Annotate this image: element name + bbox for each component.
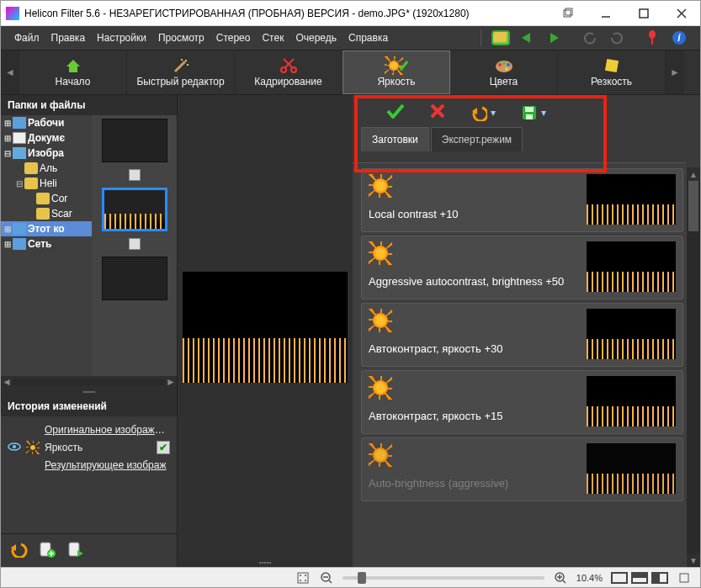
preset-item[interactable]: Local contrast +10 <box>361 168 683 232</box>
history-result[interactable]: Результирующее изображ <box>8 457 170 474</box>
thumb-selected[interactable] <box>102 188 167 231</box>
tab-colors[interactable]: Цвета <box>450 50 558 94</box>
dropdown-caret-icon[interactable]: ▾ <box>491 107 496 119</box>
zoom-out-icon[interactable] <box>319 570 334 585</box>
splitter[interactable] <box>1 388 177 396</box>
zoom-fit-icon[interactable] <box>295 570 311 585</box>
zoom-in-icon[interactable] <box>553 570 568 585</box>
scroll-play-icon[interactable] <box>66 540 85 561</box>
titlebar: Helicon Filter 5.6 - НЕЗАРЕГИСТРИРОВАННА… <box>1 1 700 26</box>
tab-brightness[interactable]: Яркость <box>343 50 450 94</box>
tree-hscroll[interactable]: ◄► <box>1 376 177 388</box>
folder-tree[interactable]: ⊞Рабочи ⊞Докумє ⊟Изобра Аль ⊟Heli Cor Sc… <box>1 115 92 376</box>
svg-rect-41 <box>526 114 533 119</box>
eye-icon[interactable] <box>8 442 21 454</box>
svg-point-45 <box>300 580 301 581</box>
tabs-scroll-left[interactable]: ◄ <box>1 50 19 94</box>
tabs-scroll-right[interactable]: ► <box>666 50 684 94</box>
menu-stereo[interactable]: Стерео <box>211 29 256 47</box>
dropdown-caret-icon[interactable]: ▾ <box>541 107 546 119</box>
tree-item-label: Scar <box>51 208 72 220</box>
tab-expert-mode[interactable]: Эксперт.режим <box>431 127 523 151</box>
svg-point-43 <box>300 575 301 576</box>
tab-start[interactable]: Начало <box>19 50 127 94</box>
cancel-icon[interactable] <box>430 103 445 121</box>
zoom-slider[interactable] <box>343 576 544 580</box>
pin-icon[interactable] <box>642 28 662 48</box>
rotate-cw-icon[interactable] <box>607 28 627 48</box>
apply-icon[interactable] <box>386 103 405 121</box>
rotate-ccw-icon[interactable] <box>580 28 600 48</box>
restore-aux-button[interactable] <box>549 1 587 26</box>
preset-item[interactable]: Автоконтраст, яркость +30 <box>361 303 683 367</box>
history-label: Яркость <box>45 442 151 453</box>
history-label: Оригинальное изображени <box>45 424 170 436</box>
close-button[interactable] <box>662 1 700 26</box>
thumb-checkbox[interactable] <box>129 169 141 181</box>
menu-view[interactable]: Просмотр <box>153 29 210 47</box>
status-bar: 10.4% <box>1 567 700 587</box>
tab-label: Кадрирование <box>254 76 321 87</box>
tab-label: Начало <box>56 76 91 87</box>
palette-icon <box>494 58 514 73</box>
nav-back-icon[interactable] <box>518 28 538 48</box>
nav-forward-icon[interactable] <box>544 28 565 48</box>
preset-name: Auto-brightness (aggressive) <box>369 472 578 490</box>
sun-icon <box>369 443 392 467</box>
menu-help[interactable]: Справка <box>343 29 393 47</box>
thumb-checkbox[interactable] <box>129 238 141 250</box>
open-folder-icon[interactable] <box>491 28 511 48</box>
history-step[interactable]: Яркость ✔ <box>8 438 170 457</box>
scroll-add-icon[interactable] <box>38 540 56 561</box>
sharpness-icon <box>604 58 619 73</box>
info-icon[interactable]: i <box>669 28 689 48</box>
preset-list[interactable]: Local contrast +10 Aggressive autocontra… <box>353 162 687 567</box>
save-icon[interactable]: ▾ <box>521 104 546 121</box>
thumb[interactable] <box>102 257 167 300</box>
svg-point-14 <box>185 60 187 61</box>
preset-item[interactable]: Автоконтраст, яркость +15 <box>361 370 683 434</box>
menu-queue[interactable]: Очередь <box>290 29 342 47</box>
svg-rect-54 <box>680 574 688 582</box>
thumb[interactable] <box>102 119 167 162</box>
window-title: Helicon Filter 5.6 - НЕЗАРЕГИСТРИРОВАННА… <box>24 8 549 19</box>
tab-crop[interactable]: Кадрирование <box>235 50 343 94</box>
layout-hsplit-icon[interactable] <box>631 572 648 584</box>
history-step-checkbox[interactable]: ✔ <box>157 441 170 454</box>
preview-splitter[interactable] <box>178 559 353 567</box>
svg-point-46 <box>305 580 306 581</box>
history-original[interactable]: Оригинальное изображени <box>8 421 170 438</box>
tab-quick-editor[interactable]: Быстрый редактор <box>127 50 235 94</box>
preset-item[interactable]: Auto-brightness (aggressive) <box>361 437 683 501</box>
svg-line-53 <box>563 580 566 583</box>
preset-name: Автоконтраст, яркость +15 <box>369 405 578 422</box>
tab-sharpness[interactable]: Резкость <box>558 50 666 94</box>
svg-point-15 <box>181 59 183 61</box>
thumbnail-strip[interactable] <box>92 115 177 376</box>
undo-icon[interactable] <box>9 541 28 560</box>
preset-name: Local contrast +10 <box>369 203 578 220</box>
menu-stack[interactable]: Стек <box>257 29 289 47</box>
menu-file[interactable]: Файл <box>9 29 45 47</box>
revert-icon[interactable]: ▾ <box>470 104 496 121</box>
tree-item-label: Heli <box>40 177 57 189</box>
zoom-actual-icon[interactable] <box>677 570 692 585</box>
minimize-button[interactable] <box>587 1 624 26</box>
preset-item[interactable]: Aggressive autocontrast, brightness +50 <box>361 236 683 299</box>
sun-icon <box>26 441 40 454</box>
history-title: История изменений <box>1 396 177 416</box>
svg-rect-42 <box>298 573 308 583</box>
app-window: Helicon Filter 5.6 - НЕЗАРЕГИСТРИРОВАННА… <box>0 0 701 588</box>
preview-image[interactable] <box>183 272 348 383</box>
layout-single-icon[interactable] <box>611 572 628 584</box>
preset-scrollbar[interactable]: ▲▼ <box>687 167 700 567</box>
svg-marker-7 <box>550 33 559 43</box>
zoom-value: 10.4% <box>576 573 603 583</box>
svg-point-25 <box>505 67 508 71</box>
layout-vsplit-icon[interactable] <box>651 572 668 584</box>
menu-settings[interactable]: Настройки <box>92 29 151 47</box>
folders-files-title: Папки и файлы <box>1 95 177 115</box>
tab-presets[interactable]: Заготовки <box>361 127 429 151</box>
menu-edit[interactable]: Правка <box>46 29 91 47</box>
maximize-button[interactable] <box>624 1 662 26</box>
